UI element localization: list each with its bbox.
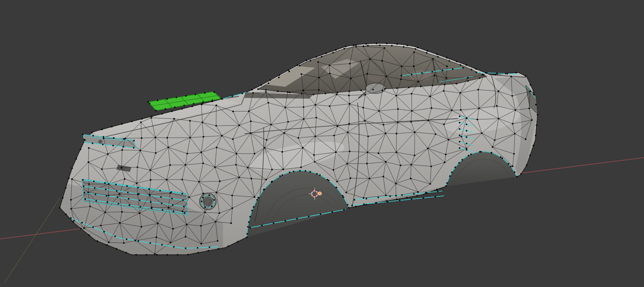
blender-3d-viewport[interactable] [0, 0, 644, 287]
interior-seat [367, 71, 388, 82]
scene-canvas[interactable] [0, 0, 644, 287]
object-origin [318, 192, 321, 195]
headlight-bulb [98, 140, 102, 144]
